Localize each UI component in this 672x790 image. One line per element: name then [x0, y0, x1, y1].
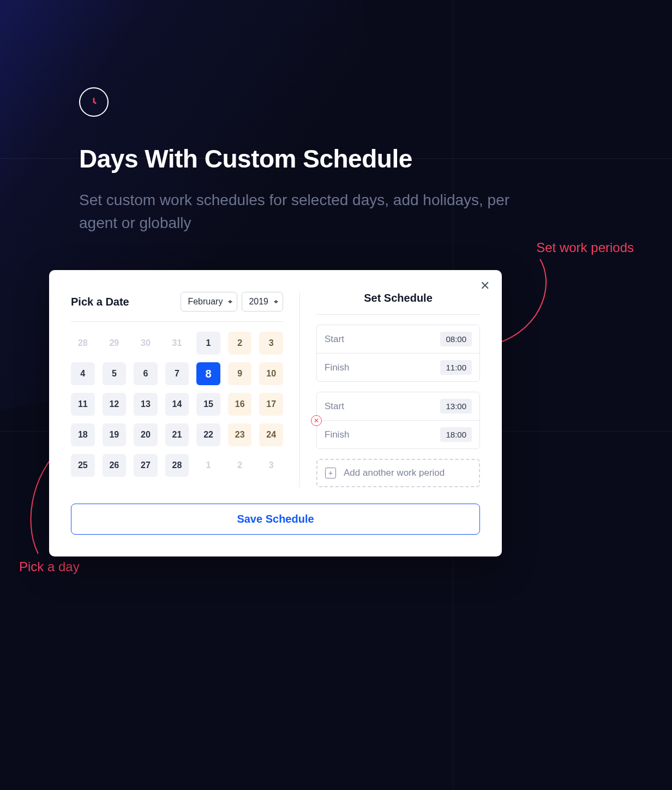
calendar-day[interactable]: 4 [71, 362, 95, 385]
work-period: Start13:00Finish18:00✕ [316, 392, 480, 449]
calendar-day[interactable]: 26 [103, 454, 127, 477]
calendar-day[interactable]: 20 [134, 423, 158, 446]
calendar-day[interactable]: 14 [165, 393, 189, 416]
start-value: 13:00 [440, 399, 472, 414]
calendar-day[interactable]: 17 [259, 393, 283, 416]
finish-label: Finish [325, 429, 349, 440]
calendar-day[interactable]: 3 [259, 332, 283, 355]
calendar-day[interactable]: 3 [259, 454, 283, 477]
start-value: 08:00 [440, 332, 472, 346]
calendar-day[interactable]: 19 [103, 423, 127, 446]
calendar-day[interactable]: 1 [196, 454, 220, 477]
finish-value: 11:00 [440, 360, 472, 375]
add-work-period-button[interactable]: + Add another work period [316, 459, 480, 487]
period-start-row[interactable]: Start08:00 [317, 325, 479, 353]
calendar-day[interactable]: 27 [134, 454, 158, 477]
save-schedule-button[interactable]: Save Schedule [71, 504, 480, 535]
calendar-day[interactable]: 28 [71, 332, 95, 355]
calendar-day[interactable]: 10 [259, 362, 283, 385]
calendar-day[interactable]: 1 [196, 332, 220, 355]
date-picker-pane: Pick a Date February 2019 28293031123456… [71, 292, 300, 487]
annotation-set-work-periods: Set work periods [536, 240, 634, 255]
calendar-day[interactable]: 25 [71, 454, 95, 477]
calendar-day[interactable]: 2 [228, 332, 252, 355]
start-label: Start [325, 401, 344, 412]
calendar-day[interactable]: 11 [71, 393, 95, 416]
work-period: Start08:00Finish11:00 [316, 325, 480, 382]
remove-period-icon[interactable]: ✕ [311, 415, 322, 426]
page-title: Days With Custom Schedule [79, 144, 593, 173]
month-select[interactable]: February [181, 292, 237, 312]
calendar-day[interactable]: 24 [259, 423, 283, 446]
calendar-day[interactable]: 31 [165, 332, 189, 355]
calendar-grid: 2829303112345678910111213141516171819202… [71, 332, 283, 482]
calendar-day[interactable]: 30 [134, 332, 158, 355]
calendar-day[interactable]: 16 [228, 393, 252, 416]
year-select[interactable]: 2019 [242, 292, 283, 312]
calendar-day[interactable]: 28 [165, 454, 189, 477]
period-finish-row[interactable]: Finish18:00 [317, 420, 479, 448]
page-subtitle: Set custom work schedules for selected d… [79, 189, 526, 235]
add-work-period-label: Add another work period [344, 468, 445, 478]
calendar-day[interactable]: 9 [228, 362, 252, 385]
calendar-day[interactable]: 5 [103, 362, 127, 385]
clock-icon [79, 87, 109, 117]
finish-value: 18:00 [440, 427, 472, 442]
finish-label: Finish [325, 362, 349, 373]
period-start-row[interactable]: Start13:00 [317, 392, 479, 420]
schedule-pane: Set Schedule Start08:00Finish11:00Start1… [300, 292, 480, 487]
calendar-day[interactable]: 15 [196, 393, 220, 416]
plus-icon: + [325, 468, 336, 478]
calendar-day[interactable]: 13 [134, 393, 158, 416]
set-schedule-title: Set Schedule [364, 292, 433, 304]
calendar-day[interactable]: 12 [103, 393, 127, 416]
start-label: Start [325, 334, 344, 345]
calendar-day[interactable]: 22 [196, 423, 220, 446]
calendar-day[interactable]: 6 [134, 362, 158, 385]
calendar-day[interactable]: 2 [228, 454, 252, 477]
calendar-day[interactable]: 8 [196, 362, 220, 385]
schedule-dialog: ✕ Pick a Date February 2019 282930311234… [49, 270, 502, 556]
pick-date-title: Pick a Date [71, 296, 129, 308]
calendar-day[interactable]: 21 [165, 423, 189, 446]
header: Days With Custom Schedule Set custom wor… [79, 87, 593, 235]
period-finish-row[interactable]: Finish11:00 [317, 353, 479, 381]
calendar-day[interactable]: 23 [228, 423, 252, 446]
calendar-day[interactable]: 29 [103, 332, 127, 355]
calendar-day[interactable]: 7 [165, 362, 189, 385]
calendar-day[interactable]: 18 [71, 423, 95, 446]
close-icon[interactable]: ✕ [480, 280, 490, 292]
annotation-pick-a-day: Pick a day [19, 559, 80, 574]
